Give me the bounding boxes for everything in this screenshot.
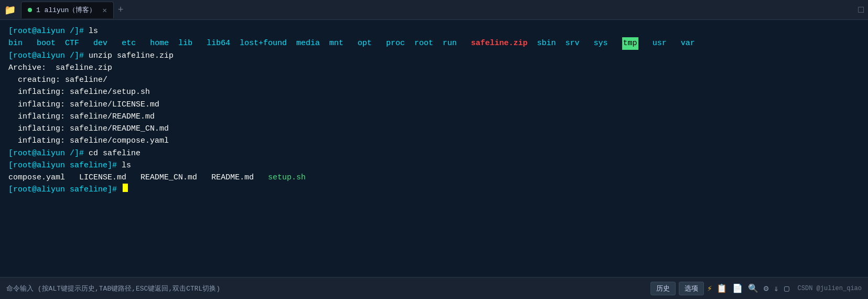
- command-text: ls: [89, 25, 98, 37]
- bottom-buttons: 历史 选项 ⚡ 📋 📄 🔍 ⚙ ⇓ ▢ CSDN @julien_qiao: [650, 282, 862, 295]
- file-icon[interactable]: 📄: [732, 283, 743, 294]
- ls-output: bin boot CTF dev etc home lib lib64 lost…: [8, 37, 860, 49]
- tab-label: 1 aliyun（博客）: [36, 5, 96, 15]
- search-icon[interactable]: 🔍: [748, 283, 758, 294]
- command-text: cd safeline: [89, 147, 140, 159]
- terminal-line: Archive: safeline.zip: [8, 62, 860, 74]
- prompt: [root@aliyun /]#: [8, 50, 89, 62]
- options-button[interactable]: 选项: [679, 282, 704, 295]
- prompt: [root@aliyun safeline]#: [8, 184, 122, 196]
- titlebar: 📁 1 aliyun（博客） ✕ + □: [0, 0, 868, 20]
- terminal-line: inflating: safeline/compose.yaml: [8, 135, 860, 147]
- copy-icon[interactable]: 📋: [717, 283, 727, 294]
- tab-close-button[interactable]: ✕: [102, 6, 106, 15]
- terminal-tab[interactable]: 1 aliyun（博客） ✕: [21, 2, 114, 18]
- terminal-line: inflating: safeline/setup.sh: [8, 86, 860, 98]
- input-hint-text: 命令输入 (按ALT键提示历史,TAB键路径,ESC键返回,双击CTRL切换): [6, 284, 650, 293]
- cursor: [123, 184, 128, 192]
- settings-icon[interactable]: ⚙: [764, 283, 769, 294]
- bottombar: 命令输入 (按ALT键提示历史,TAB键路径,ESC键返回,双击CTRL切换) …: [0, 277, 868, 299]
- folder-icon[interactable]: 📁: [4, 4, 16, 16]
- terminal-line: inflating: safeline/LICENSE.md: [8, 99, 860, 111]
- terminal-line: [root@aliyun /]# cd safeline: [8, 147, 860, 159]
- history-button[interactable]: 历史: [650, 282, 676, 295]
- terminal-line: inflating: safeline/README.md: [8, 111, 860, 123]
- tab-status-dot: [28, 8, 32, 12]
- terminal-line: creating: safeline/: [8, 74, 860, 86]
- window-icon[interactable]: ▢: [784, 283, 789, 294]
- terminal-line: [root@aliyun /]# unzip safeline.zip: [8, 50, 860, 62]
- prompt: [root@aliyun safeline]#: [8, 159, 122, 172]
- csdn-label: CSDN @julien_qiao: [798, 285, 862, 292]
- terminal-area[interactable]: [root@aliyun /]# ls bin boot CTF dev etc…: [0, 20, 868, 277]
- ls-output-safeline: compose.yaml LICENSE.md README_CN.md REA…: [8, 172, 860, 184]
- prompt: [root@aliyun /]#: [8, 25, 89, 37]
- terminal-line: inflating: safeline/README_CN.md: [8, 123, 860, 135]
- command-text: unzip safeline.zip: [89, 50, 173, 62]
- maximize-button[interactable]: □: [858, 5, 864, 15]
- add-tab-button[interactable]: +: [118, 5, 124, 15]
- command-text: ls: [122, 159, 131, 172]
- download-icon[interactable]: ⇓: [774, 283, 779, 294]
- terminal-line: [root@aliyun safeline]# ls: [8, 159, 860, 172]
- terminal-line: [root@aliyun /]# ls: [8, 25, 860, 37]
- prompt: [root@aliyun /]#: [8, 147, 89, 159]
- lightning-icon[interactable]: ⚡: [707, 283, 712, 294]
- terminal-prompt-cursor: [root@aliyun safeline]#: [8, 184, 860, 196]
